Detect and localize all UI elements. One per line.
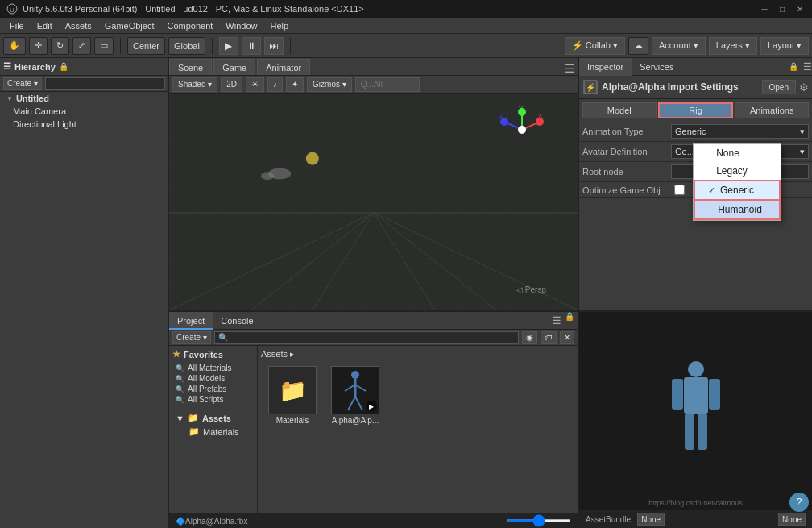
project-create-button[interactable]: Create ▾ (172, 331, 211, 344)
hierarchy-item-directional-light[interactable]: Directional Light (0, 118, 168, 131)
dropdown-option-none[interactable]: None (694, 144, 781, 162)
tab-project[interactable]: Project (169, 312, 213, 330)
project-search[interactable] (214, 331, 519, 344)
fav-item-prefabs[interactable]: 🔍 All Prefabs (172, 384, 254, 394)
dropdown-option-humanoid[interactable]: Humanoid (694, 201, 781, 220)
fx-button[interactable]: ✦ (286, 77, 304, 92)
project-tabs-bar: Project Console ☰ 🔒 (169, 312, 578, 330)
model-tab-button[interactable]: Model (582, 102, 657, 118)
hierarchy-search[interactable] (45, 77, 165, 90)
svg-line-29 (355, 385, 366, 391)
menu-file[interactable]: File (3, 18, 31, 34)
tab-game[interactable]: Game (213, 59, 255, 75)
hand-tool[interactable]: ✋ (3, 37, 26, 55)
rotate-tool[interactable]: ↻ (51, 37, 69, 55)
help-button[interactable]: ? (789, 493, 809, 512)
hierarchy-camera-label: Main Camera (13, 106, 66, 116)
layout-button[interactable]: Layout ▾ (760, 37, 809, 55)
option-generic-label: Generic (720, 185, 754, 196)
materials-folder-icon: 📁 (279, 377, 307, 404)
fav-item-scripts[interactable]: 🔍 All Scripts (172, 394, 254, 405)
menu-bar: File Edit Assets GameObject Component Wi… (0, 18, 812, 34)
hierarchy-item-untitled[interactable]: ▼ Untitled (0, 92, 168, 105)
hierarchy-lock-icon[interactable]: 🔒 (59, 62, 68, 71)
menu-help[interactable]: Help (263, 18, 295, 34)
asset-item-alpha[interactable]: ▶ Alpha@Alp... (327, 366, 383, 425)
2d-button[interactable]: 2D (221, 77, 242, 92)
step-button[interactable]: ⏭ (264, 37, 284, 55)
inspector-menu-button[interactable]: ☰ (803, 58, 812, 75)
account-button[interactable]: Account ▾ (652, 37, 706, 55)
tab-inspector[interactable]: Inspector (579, 58, 632, 76)
light-button[interactable]: ☀ (246, 77, 264, 92)
toolbar: ✋ ✛ ↻ ⤢ ▭ Center Global ▶ ⏸ ⏭ ⚡ Collab ▾… (0, 34, 812, 58)
close-button[interactable]: ✕ (794, 3, 806, 15)
option-none-label: None (716, 148, 740, 159)
layers-button[interactable]: Layers ▾ (709, 37, 757, 55)
rect-tool[interactable]: ▭ (94, 37, 114, 55)
status-file-name: Alpha@Alpha.fbx (185, 517, 247, 526)
hierarchy-untitled-label: Untitled (16, 94, 49, 103)
animations-tab-button[interactable]: Animations (735, 102, 809, 118)
inspector-settings-button[interactable]: ⚙ (799, 81, 809, 94)
scene-panel-menu[interactable]: ☰ (561, 62, 578, 75)
menu-edit[interactable]: Edit (31, 18, 59, 34)
move-tool[interactable]: ✛ (29, 37, 48, 55)
center-button[interactable]: Center (127, 37, 165, 55)
menu-gameobject[interactable]: GameObject (98, 18, 161, 34)
audio-button[interactable]: ♪ (267, 77, 283, 92)
gizmos-button[interactable]: Gizmos ▾ (307, 77, 352, 92)
menu-window[interactable]: Window (219, 18, 263, 34)
asset-item-materials[interactable]: 📁 Materials (264, 366, 321, 425)
tab-services[interactable]: Services (632, 58, 682, 76)
animation-type-value[interactable]: Generic ▾ (671, 124, 809, 139)
fav-item-models[interactable]: 🔍 All Models (172, 373, 254, 384)
cloud-button[interactable]: ☁ (628, 37, 648, 55)
minimize-button[interactable]: ─ (759, 3, 770, 15)
tree-item-materials[interactable]: 📁 Materials (172, 425, 254, 439)
global-button[interactable]: Global (168, 37, 205, 55)
search-icon-4: 🔍 (176, 396, 184, 404)
tree-item-assets[interactable]: ▼ 📁 Assets (172, 411, 254, 425)
project-close-button[interactable]: ✕ (560, 331, 574, 344)
tab-console[interactable]: Console (213, 312, 261, 330)
optimize-gameobj-checkbox[interactable] (674, 185, 685, 195)
inspector-lock-icon[interactable]: 🔒 (784, 58, 803, 75)
fav-item-materials[interactable]: 🔍 All Materials (172, 363, 254, 373)
project-panel-menu[interactable]: ☰ (552, 312, 561, 329)
optimize-gameobj-label: Optimize Game Obj (582, 185, 671, 195)
inspector-asset-title: Alpha@Alpha Import Settings (602, 81, 759, 93)
hierarchy-item-main-camera[interactable]: Main Camera (0, 105, 168, 118)
maximize-button[interactable]: □ (777, 3, 788, 15)
project-lock-icon[interactable]: 🔒 (561, 312, 578, 329)
persp-label: ◁ Persp (516, 285, 546, 294)
rig-tab-button[interactable]: Rig (658, 102, 734, 118)
scene-view[interactable]: X Y Z ◁ Persp (169, 94, 578, 310)
pause-button[interactable]: ⏸ (242, 37, 261, 55)
project-filter-1[interactable]: ◉ (522, 331, 537, 344)
hierarchy-title: Hierarchy (14, 62, 56, 72)
tab-animator[interactable]: Animator (257, 59, 310, 75)
scale-tool[interactable]: ⤢ (72, 37, 91, 55)
avatar-definition-label: Avatar Definition (582, 147, 671, 156)
project-toolbar: Create ▾ ◉ 🏷 ✕ (169, 330, 578, 346)
open-button[interactable]: Open (762, 80, 796, 94)
hierarchy-create-button[interactable]: Create ▾ (3, 77, 42, 90)
tab-scene[interactable]: Scene (169, 59, 212, 75)
shaded-button[interactable]: Shaded ▾ (172, 77, 218, 92)
play-button[interactable]: ▶ (219, 37, 238, 55)
collab-button[interactable]: ⚡ Collab ▾ (565, 37, 625, 55)
project-filter-2[interactable]: 🏷 (541, 331, 557, 344)
assets-grid: 📁 Materials (261, 363, 574, 428)
zoom-slider[interactable] (507, 519, 571, 522)
dropdown-option-legacy[interactable]: Legacy (694, 162, 781, 180)
asset-bundle-none-2[interactable]: None (778, 513, 806, 526)
status-bar: 🔷 Alpha@Alpha.fbx (169, 513, 578, 528)
menu-assets[interactable]: Assets (59, 18, 98, 34)
dropdown-option-generic[interactable]: ✓ Generic (694, 180, 781, 201)
animation-type-label: Animation Type (582, 127, 671, 136)
asset-bundle-none-1[interactable]: None (637, 513, 665, 526)
menu-component[interactable]: Component (160, 18, 219, 34)
search-icon-2: 🔍 (176, 375, 184, 383)
scene-search[interactable] (355, 77, 420, 92)
